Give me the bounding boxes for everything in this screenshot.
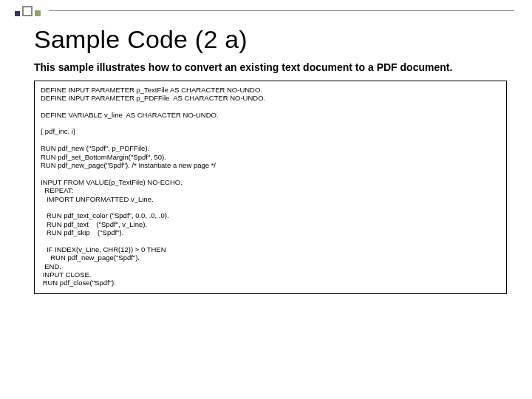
slide-page: Sample Code (2 a) This sample illustrate… <box>0 0 532 399</box>
slide-title: Sample Code (2 a) <box>34 25 507 54</box>
square-icon <box>35 10 41 16</box>
square-outline-icon <box>22 6 33 16</box>
slide-subtitle: This sample illustrates how to convert a… <box>34 61 507 75</box>
corner-decoration <box>15 6 49 16</box>
code-sample: DEFINE INPUT PARAMETER p_TextFile AS CHA… <box>34 81 507 294</box>
divider <box>49 10 514 11</box>
square-icon <box>15 11 20 16</box>
slide-content: Sample Code (2 a) This sample illustrate… <box>34 25 507 294</box>
